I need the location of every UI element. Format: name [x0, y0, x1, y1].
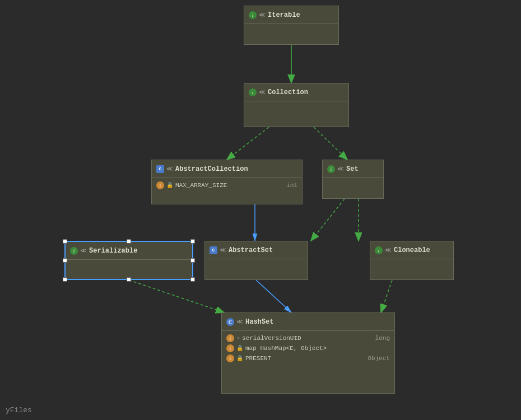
hashset-header: C ≪ HashSet: [222, 313, 394, 331]
collection-box[interactable]: i ≪ Collection: [244, 83, 349, 127]
abstract-set-label: AbstractSet: [229, 246, 273, 254]
svg-line-5: [314, 127, 347, 160]
iterable-box[interactable]: i ≪ Iterable: [244, 6, 339, 45]
field-icon-f2: f: [226, 344, 234, 352]
handle-bl[interactable]: [63, 277, 67, 282]
field-max-array-size: f 🔒 MAX_ARRAY_SIZE int: [156, 180, 297, 190]
collection-type-icon: i: [249, 88, 257, 96]
abstract-set-box[interactable]: C ≪ AbstractSet: [204, 241, 308, 280]
field-map: f 🔒 map HashMap<E, Object>: [226, 343, 390, 353]
handle-mr[interactable]: [190, 258, 195, 263]
hashset-type-icon: C: [226, 318, 234, 326]
abstract-collection-type-icon: C: [156, 165, 164, 173]
set-header: i ≪ Set: [323, 160, 383, 178]
set-box[interactable]: i ≪ Set: [322, 160, 384, 199]
cloneable-body: [370, 259, 453, 276]
handle-tr[interactable]: [190, 239, 195, 244]
set-body: [323, 178, 383, 195]
field-name-map: map HashMap<E, Object>: [245, 345, 327, 352]
field-present: f 🔒 PRESENT Object: [226, 353, 390, 363]
collection-header: i ≪ Collection: [244, 83, 348, 101]
serializable-label: Serializable: [89, 247, 137, 255]
abstract-collection-label: AbstractCollection: [175, 165, 248, 173]
iterable-type-icon: i: [249, 11, 257, 19]
abstract-collection-header: C ≪ AbstractCollection: [152, 160, 302, 178]
collection-label: Collection: [268, 88, 308, 96]
handle-br[interactable]: [190, 277, 195, 282]
lock-icon: 🔒: [166, 182, 173, 189]
cloneable-box[interactable]: i ≪ Cloneable: [370, 241, 454, 280]
iterable-header: i ≪ Iterable: [244, 6, 338, 24]
field-icon-f1: f: [226, 334, 234, 342]
svg-line-4: [227, 127, 269, 160]
serializable-header: i ≪ Serializable: [66, 242, 192, 260]
cloneable-label: Cloneable: [394, 246, 430, 254]
abstract-collection-box[interactable]: C ≪ AbstractCollection f 🔒 MAX_ARRAY_SIZ…: [151, 160, 303, 204]
cloneable-header: i ≪ Cloneable: [370, 241, 453, 259]
cloneable-type-icon: i: [375, 246, 383, 254]
svg-line-9: [256, 280, 291, 312]
abstract-collection-body: f 🔒 MAX_ARRAY_SIZE int: [152, 178, 302, 195]
svg-line-10: [129, 280, 224, 312]
field-name-max-array-size: MAX_ARRAY_SIZE: [175, 182, 227, 189]
field-type-svuid: long: [375, 335, 390, 342]
field-serial-version-uid: f ○ serialVersionUID long: [226, 333, 390, 343]
yfiles-label: yFiles: [6, 406, 32, 414]
lock-icon-map: 🔒: [236, 345, 243, 352]
lock-icon-present: 🔒: [236, 355, 243, 362]
diagram-canvas: i ≪ Iterable i ≪ Collection C ≪ Abstract…: [0, 0, 521, 420]
set-type-icon: i: [327, 165, 335, 173]
iterable-body: [244, 24, 338, 41]
hashset-label: HashSet: [245, 318, 273, 326]
serializable-body: [66, 260, 192, 277]
abstract-set-header: C ≪ AbstractSet: [205, 241, 308, 259]
field-icon-f3: f: [226, 354, 234, 362]
svg-line-11: [381, 280, 392, 312]
abstract-set-body: [205, 259, 308, 276]
hashset-body: f ○ serialVersionUID long f 🔒 map HashMa…: [222, 331, 394, 366]
field-name-svuid: serialVersionUID: [242, 335, 301, 342]
iterable-label: Iterable: [268, 11, 300, 19]
field-name-present: PRESENT: [245, 355, 271, 362]
abstract-set-type-icon: C: [210, 246, 217, 254]
field-type-max-array-size: int: [286, 182, 297, 189]
set-label: Set: [346, 165, 359, 173]
handle-tl[interactable]: [63, 239, 67, 244]
hashset-box[interactable]: C ≪ HashSet f ○ serialVersionUID long f …: [221, 312, 395, 394]
field-icon-f: f: [156, 181, 164, 189]
serializable-box[interactable]: i ≪ Serializable: [64, 241, 193, 280]
serializable-type-icon: i: [70, 247, 78, 255]
field-type-present: Object: [368, 355, 390, 362]
handle-ml[interactable]: [63, 258, 67, 263]
svg-line-7: [311, 199, 345, 241]
handle-tm[interactable]: [127, 239, 131, 244]
circle-icon: ○: [236, 335, 240, 342]
collection-body: [244, 101, 348, 118]
handle-bm[interactable]: [127, 277, 131, 282]
